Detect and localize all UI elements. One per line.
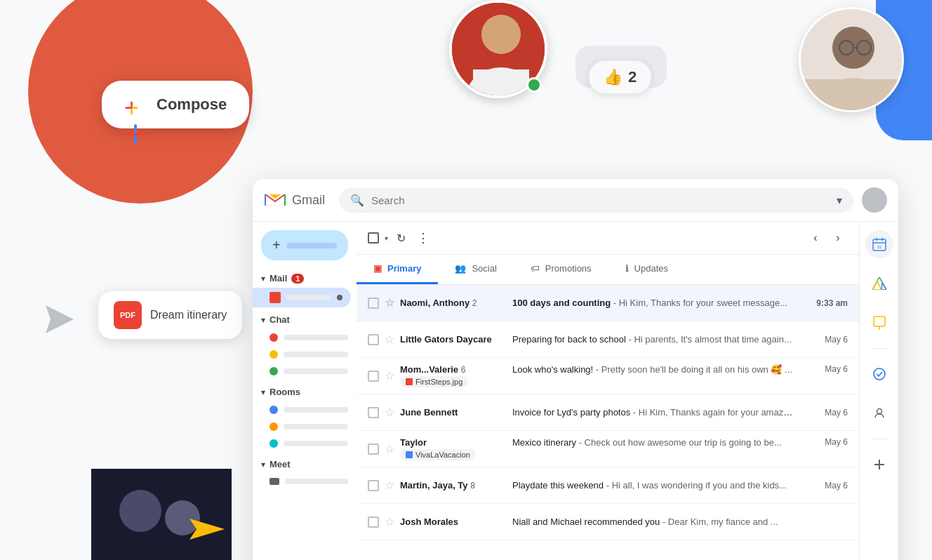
profile-avatar-left <box>449 0 547 101</box>
tasks-panel-icon[interactable] <box>865 360 893 388</box>
more-options-button[interactable]: ⋮ <box>414 227 432 248</box>
sidebar-inbox-item[interactable] <box>253 288 351 307</box>
email-preview: Mexico itinerary - Check out how awesome… <box>512 437 793 448</box>
compose-plus-icon <box>124 93 147 116</box>
attachment-icon-doc <box>406 451 413 458</box>
sidebar-compose-button[interactable]: + <box>261 230 348 260</box>
search-dropdown-icon[interactable]: ▾ <box>837 194 842 207</box>
user-avatar[interactable] <box>862 187 887 213</box>
attachment-chip: FirstSteps.jpg <box>400 376 468 387</box>
prev-page-button[interactable]: ‹ <box>806 228 825 248</box>
email-checkbox[interactable] <box>368 516 379 528</box>
reaction-bubble: 👍 2 <box>588 60 652 95</box>
email-checkbox[interactable] <box>368 444 379 455</box>
primary-tab-icon: ▣ <box>373 263 382 274</box>
select-dropdown-icon[interactable]: ▾ <box>385 234 388 242</box>
sidebar-chat-item-3[interactable] <box>253 363 357 380</box>
attachment-icon <box>406 378 413 385</box>
search-icon: 🔍 <box>350 194 364 207</box>
email-time: May 6 <box>799 481 848 491</box>
search-input[interactable] <box>371 194 830 206</box>
refresh-button[interactable]: ↻ <box>394 229 408 248</box>
next-page-button[interactable]: › <box>828 228 848 248</box>
sidebar-rooms-item-1[interactable] <box>253 401 357 418</box>
email-star[interactable]: ☆ <box>385 479 394 492</box>
sidebar-chat-item-2[interactable] <box>253 346 357 363</box>
email-preview: Niall and Michael recommended you - Dear… <box>512 516 793 527</box>
svg-point-33 <box>874 368 885 380</box>
email-checkbox[interactable] <box>368 298 379 309</box>
sidebar-rooms-item-3[interactable] <box>253 435 357 452</box>
email-checkbox[interactable] <box>368 334 379 345</box>
email-sender: Josh Morales <box>400 516 512 527</box>
gmail-text-label: Gmail <box>292 193 325 208</box>
gmail-header: Gmail 🔍 ▾ <box>253 179 898 222</box>
sidebar-rooms-item-2[interactable] <box>253 418 357 435</box>
email-preview: 100 days and counting - Hi Kim, Thanks f… <box>512 298 793 308</box>
chat-dot-green <box>269 367 278 375</box>
email-star[interactable]: ☆ <box>385 369 394 382</box>
email-checkbox[interactable] <box>368 407 379 418</box>
email-row[interactable]: ☆ Martin, Jaya, Ty 8 Playdate this weeke… <box>357 467 859 504</box>
email-row[interactable]: ☆ Naomi, Anthony 2 100 days and counting… <box>357 285 859 321</box>
email-row[interactable]: ☆ Taylor Mexico itinerary - Check out ho… <box>357 431 859 467</box>
chat-bar-2 <box>284 352 348 357</box>
email-star[interactable]: ☆ <box>385 442 394 455</box>
promotions-tab-icon: 🏷 <box>531 263 540 274</box>
rooms-bar-3 <box>284 441 348 446</box>
sidebar-compose-plus: + <box>272 237 281 253</box>
primary-tab-label: Primary <box>387 263 421 274</box>
svg-rect-31 <box>874 316 885 326</box>
select-all-checkbox[interactable] <box>368 232 379 244</box>
calendar-panel-icon[interactable]: 31 <box>865 230 893 258</box>
tab-primary[interactable]: ▣ Primary <box>357 255 438 284</box>
email-row[interactable]: ☆ Josh Morales Niall and Michael recomme… <box>357 504 859 540</box>
sidebar-mail-header[interactable]: ▾ Mail 1 <box>253 269 357 288</box>
sidebar-chat-header[interactable]: ▾ Chat <box>253 310 357 329</box>
email-star[interactable]: ☆ <box>385 406 394 419</box>
sidebar-inbox-bar <box>286 295 331 300</box>
sidebar-chat-section: ▾ Chat <box>253 310 357 380</box>
meet-video-icon <box>269 478 279 485</box>
social-tab-label: Social <box>472 263 496 274</box>
email-star[interactable]: ☆ <box>385 296 394 309</box>
email-time: May 6 <box>799 335 848 345</box>
chat-bar-3 <box>284 368 348 374</box>
email-preview-wrapper: June Bennett Invoice for Lyd's party pho… <box>400 407 848 418</box>
keep-panel-icon[interactable] <box>865 309 893 337</box>
email-star[interactable]: ☆ <box>385 515 394 528</box>
sidebar-meet-item-1[interactable] <box>253 474 357 489</box>
email-checkbox[interactable] <box>368 480 379 491</box>
tab-promotions[interactable]: 🏷 Promotions <box>514 255 608 284</box>
sidebar-chat-item-1[interactable] <box>253 329 357 346</box>
email-preview-wrapper: Little Gators Daycare Preparing for back… <box>400 334 848 345</box>
online-status-dot <box>526 77 542 93</box>
updates-tab-icon: ℹ <box>625 263 629 274</box>
email-preview-wrapper: Naomi, Anthony 2 100 days and counting -… <box>400 298 848 308</box>
tab-social[interactable]: 👥 Social <box>438 255 513 284</box>
email-row[interactable]: ☆ Mom...Valerie 6 Look who's walking! - … <box>357 358 859 394</box>
pdf-icon: PDF <box>114 301 142 329</box>
gmail-window: Gmail 🔍 ▾ + ▾ Mail 1 <box>253 179 898 560</box>
email-row[interactable]: ☆ June Bennett Invoice for Lyd's party p… <box>357 394 859 431</box>
gmail-body: + ▾ Mail 1 ▾ <box>253 222 898 560</box>
add-panel-icon[interactable] <box>865 451 893 479</box>
sidebar-rooms-header[interactable]: ▾ Rooms <box>253 382 357 401</box>
rooms-bar-1 <box>284 407 348 413</box>
email-row[interactable]: ☆ Little Gators Daycare Preparing for ba… <box>357 321 859 358</box>
gmail-search-bar[interactable]: 🔍 ▾ <box>339 188 853 213</box>
svg-text:31: 31 <box>877 245 881 249</box>
email-star[interactable]: ☆ <box>385 333 394 346</box>
pdf-attachment-bubble: PDF Dream itinerary <box>98 291 242 339</box>
tab-updates[interactable]: ℹ Updates <box>608 255 685 284</box>
sidebar-mail-label: Mail <box>269 273 287 284</box>
sidebar-meet-label: Meet <box>269 459 291 469</box>
email-checkbox[interactable] <box>368 371 379 382</box>
sidebar-mail-badge: 1 <box>291 274 304 284</box>
rooms-dot-blue <box>269 406 278 414</box>
panel-divider-2 <box>871 439 888 439</box>
contacts-panel-icon[interactable] <box>865 399 893 427</box>
drive-panel-icon[interactable] <box>865 269 893 298</box>
compose-button[interactable]: Compose <box>102 81 249 128</box>
sidebar-meet-header[interactable]: ▾ Meet <box>253 455 357 474</box>
